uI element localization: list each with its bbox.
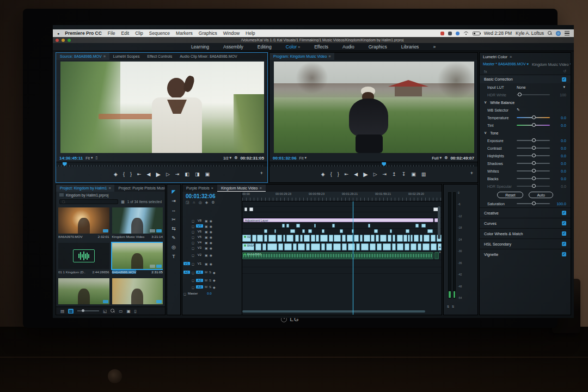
source-patch[interactable]: A1 — [183, 271, 190, 274]
video-clip[interactable] — [308, 229, 312, 233]
lumetri-section-curves[interactable]: Curves✓ — [480, 218, 571, 228]
section-checkbox[interactable]: ✓ — [562, 221, 566, 225]
timeline-playhead[interactable] — [353, 201, 354, 315]
project-search-input[interactable] — [59, 199, 118, 204]
timeline-track[interactable]: 02_C — [242, 234, 442, 243]
sync-lock-icon[interactable]: ▣ — [205, 230, 208, 234]
video-clip[interactable] — [431, 243, 437, 250]
track-target[interactable]: V7 — [196, 224, 203, 228]
video-clip[interactable] — [424, 235, 430, 242]
saturation-value[interactable]: 100.0 — [553, 202, 566, 206]
video-clip[interactable] — [293, 243, 297, 250]
video-clip[interactable] — [274, 229, 277, 233]
video-clip[interactable] — [283, 235, 285, 242]
section-caret-icon[interactable]: ∨ — [484, 131, 487, 135]
timeline-track[interactable] — [242, 201, 442, 207]
solo-button[interactable]: S — [209, 285, 211, 289]
lumetri-section-tone[interactable]: Tone — [490, 131, 498, 135]
video-clip[interactable] — [383, 243, 391, 250]
video-clip[interactable] — [354, 235, 359, 242]
track-target[interactable]: A1 — [196, 271, 203, 274]
video-clip[interactable] — [333, 243, 341, 250]
new-bin-icon[interactable]: ▭ — [119, 309, 122, 314]
timeline-track[interactable] — [242, 260, 442, 267]
video-clip[interactable] — [322, 229, 324, 233]
selection-tool[interactable]: ◤ — [172, 189, 176, 194]
project-item[interactable]: 8A6A8986.MOV2:31:05 — [112, 243, 163, 275]
video-clip[interactable] — [332, 224, 335, 228]
project-item-thumbnail[interactable] — [58, 243, 109, 269]
bin-icon[interactable]: ▩ — [121, 200, 125, 204]
voiceover-record-icon[interactable]: ◆ — [213, 271, 216, 274]
spotlight-icon[interactable] — [548, 31, 552, 35]
highlights-value[interactable]: 0.0 — [553, 154, 566, 158]
auto-button[interactable]: Auto — [529, 192, 553, 198]
video-clip[interactable] — [397, 243, 404, 250]
program-preview[interactable] — [274, 62, 474, 153]
video-track-header-v8[interactable]: ◻V8▣◉ — [182, 218, 242, 223]
timeline-timecode[interactable]: 00:01:32:06 — [182, 192, 242, 199]
video-clip[interactable] — [278, 243, 283, 250]
thumbnail-zoom-slider[interactable] — [77, 310, 99, 311]
source-tab[interactable]: Audio Clip Mixer: 8A6A8986.MOV — [176, 53, 241, 60]
video-clip[interactable] — [420, 235, 422, 242]
track-select-forward-tool[interactable]: ⇥ — [171, 198, 176, 204]
lumetri-section-color-wheels-match[interactable]: Color Wheels & Match✓ — [480, 228, 571, 238]
video-clip[interactable] — [264, 229, 267, 233]
video-clip[interactable] — [431, 235, 436, 242]
workspace-tab-learning[interactable]: Learning — [191, 44, 209, 50]
source-settings-icon[interactable]: ⚙ — [234, 156, 237, 160]
track-target[interactable]: V1 — [196, 262, 203, 265]
exposure-slider[interactable] — [517, 140, 550, 141]
project-item[interactable]: Kingdom Music Video3:21:14 — [112, 207, 163, 240]
timeline-settings-icon[interactable]: ⚙ — [211, 200, 215, 205]
source-zoom-select[interactable]: Fit ▾ — [85, 156, 93, 160]
track-output-eye-icon[interactable]: ◉ — [210, 224, 212, 228]
video-clip[interactable] — [277, 235, 282, 242]
step-forward-icon[interactable]: ▷ — [373, 171, 377, 177]
timeline-track[interactable]: Adjustment Layer — [242, 218, 442, 223]
video-clip[interactable] — [403, 235, 407, 242]
video-clip[interactable] — [306, 243, 310, 250]
go-to-out-icon[interactable]: ⇥ — [383, 171, 387, 177]
source-preview[interactable] — [60, 62, 264, 153]
menu-clip[interactable]: Clip — [135, 30, 143, 36]
video-clip[interactable] — [340, 229, 343, 233]
video-clip[interactable] — [282, 224, 284, 228]
video-clip[interactable] — [257, 235, 263, 242]
track-lock-icon[interactable]: ◻ — [192, 230, 194, 234]
video-clip[interactable] — [408, 235, 410, 242]
video-clip[interactable] — [286, 224, 290, 228]
timeline-track[interactable]: 8A6A8986 — [242, 252, 442, 260]
track-lock-icon[interactable]: ◻ — [183, 292, 186, 296]
video-clip[interactable] — [393, 235, 395, 242]
mute-button[interactable]: M — [205, 285, 207, 289]
video-clip[interactable] — [371, 235, 375, 242]
track-target[interactable]: V8 — [196, 219, 203, 222]
video-clip[interactable] — [427, 229, 432, 233]
hdr-specular-value[interactable]: 0.0 — [553, 185, 566, 188]
lumetri-sequence-clip[interactable]: Kingdom Music Video * 8A6A896... — [532, 63, 571, 66]
shadows-value[interactable]: 0.0 — [553, 162, 566, 166]
menubar-clock[interactable]: Wed 2:28 PM — [484, 30, 512, 36]
siri-icon[interactable] — [556, 31, 561, 36]
mark-out-icon[interactable]: } — [130, 171, 132, 177]
menu-markers[interactable]: Markers — [176, 30, 193, 36]
video-clip[interactable] — [374, 229, 378, 233]
sync-lock-icon[interactable]: ▣ — [205, 219, 208, 223]
automate-to-sequence-icon[interactable]: ◱ — [103, 309, 107, 314]
audio-track-header-a3[interactable]: ◻A3MS◆ — [182, 284, 242, 290]
video-clip[interactable] — [392, 243, 396, 250]
workspace-menu-icon[interactable]: ≡ — [297, 45, 300, 49]
track-lock-icon[interactable]: ◻ — [192, 271, 194, 274]
go-to-in-icon[interactable]: ⇤ — [345, 171, 349, 177]
track-target[interactable]: V3 — [196, 246, 203, 249]
pen-tool[interactable]: ✎ — [171, 235, 176, 241]
status-app-icon-dark[interactable] — [448, 32, 452, 35]
workspace-tab-libraries[interactable]: Libraries — [401, 44, 419, 50]
timeline-track[interactable] — [242, 207, 442, 212]
add-marker-icon[interactable]: ◈ — [114, 171, 118, 177]
go-to-in-icon[interactable]: ⇤ — [137, 171, 142, 177]
project-item[interactable]: 01 1 Kingdom (D..2:44:28656 — [58, 243, 109, 275]
hdr-specular-slider[interactable] — [517, 186, 550, 187]
